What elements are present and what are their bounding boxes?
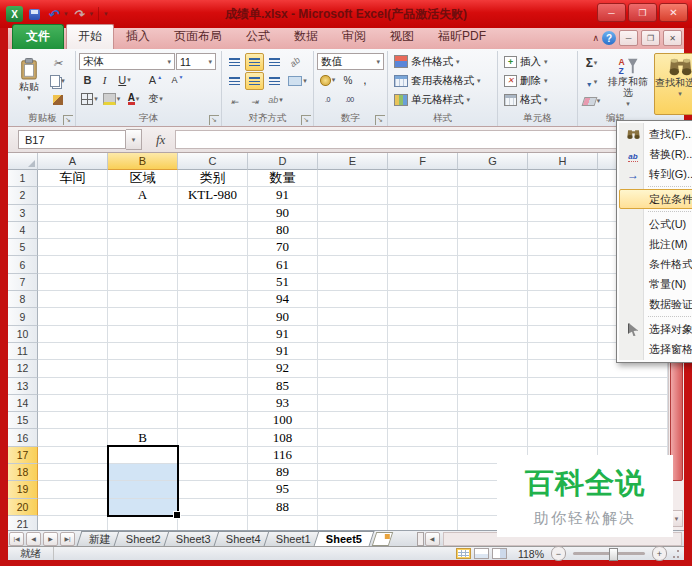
redo-caret-icon[interactable] [90, 10, 94, 18]
row-header-14[interactable]: 14 [8, 395, 38, 412]
cell-D7[interactable]: 51 [248, 274, 318, 291]
normal-view-button[interactable] [456, 548, 471, 559]
cell-H15[interactable] [528, 412, 598, 429]
insert-function-button[interactable]: fx [142, 132, 175, 148]
cell-F7[interactable] [388, 274, 458, 291]
redo-button[interactable]: ↷ [71, 7, 87, 22]
find-select-button[interactable]: 查找和选择 [654, 53, 692, 115]
cell-C12[interactable] [178, 360, 248, 377]
sort-filter-button[interactable]: A Z 排序和筛选 [605, 53, 651, 115]
row-header-17[interactable]: 17 [8, 447, 38, 464]
cell-F10[interactable] [388, 326, 458, 343]
page-break-view-button[interactable] [492, 548, 507, 559]
cell-C19[interactable] [178, 481, 248, 498]
cell-F19[interactable] [388, 481, 458, 498]
cell-H10[interactable] [528, 326, 598, 343]
cell-A1[interactable]: 车间 [38, 170, 108, 187]
cell-C7[interactable] [178, 274, 248, 291]
cell-E10[interactable] [318, 326, 388, 343]
cell-F21[interactable] [388, 516, 458, 530]
top-align-button[interactable] [225, 53, 244, 71]
wrap-text-button[interactable]: ab [265, 91, 286, 109]
cell-B17[interactable] [108, 447, 178, 464]
cell-C21[interactable] [178, 516, 248, 530]
cell-H12[interactable] [528, 360, 598, 377]
cell-F3[interactable] [388, 205, 458, 222]
cell-H14[interactable] [528, 395, 598, 412]
cell-G9[interactable] [458, 308, 528, 325]
cell-C10[interactable] [178, 326, 248, 343]
file-button[interactable]: 文件 [12, 24, 64, 49]
font-size-select[interactable]: 11 [176, 53, 216, 70]
next-sheet-icon[interactable] [43, 532, 58, 546]
row-header-18[interactable]: 18 [8, 464, 38, 481]
cut-button[interactable] [47, 53, 68, 71]
cell-D10[interactable]: 91 [248, 326, 318, 343]
phonetic-guide-button[interactable]: 变 [145, 90, 166, 108]
style-2-button[interactable]: 单元格样式 [391, 90, 494, 109]
underline-button[interactable]: U [113, 71, 136, 89]
cell-B8[interactable] [108, 291, 178, 308]
cell-G13[interactable] [458, 378, 528, 395]
cell-B1[interactable]: 区域 [108, 170, 178, 187]
cell-B16[interactable]: B [108, 429, 178, 446]
cell-C9[interactable] [178, 308, 248, 325]
undo-button[interactable]: ↶ [45, 7, 61, 22]
row-header-6[interactable]: 6 [8, 256, 38, 273]
cell-A20[interactable] [38, 499, 108, 516]
cell-G7[interactable] [458, 274, 528, 291]
column-header-F[interactable]: F [388, 153, 458, 170]
cell-H1[interactable] [528, 170, 598, 187]
menu-item-comments[interactable]: 批注(M) [619, 234, 692, 254]
cell-A7[interactable] [38, 274, 108, 291]
merge-center-button[interactable] [285, 72, 310, 90]
cell-H3[interactable] [528, 205, 598, 222]
cell-H4[interactable] [528, 222, 598, 239]
cell-G2[interactable] [458, 187, 528, 204]
cell-E13[interactable] [318, 378, 388, 395]
close-button[interactable] [659, 3, 688, 22]
cell-2-button[interactable]: 格式 [501, 90, 574, 109]
cell-D2[interactable]: 91 [248, 187, 318, 204]
cell-1-button[interactable]: 删除 [501, 71, 574, 90]
align-left-button[interactable] [225, 72, 244, 90]
row-header-19[interactable]: 19 [8, 481, 38, 498]
cell-D14[interactable]: 93 [248, 395, 318, 412]
menu-item-constants[interactable]: 常量(N) [619, 274, 692, 294]
select-all-corner[interactable] [8, 153, 38, 170]
cell-E12[interactable] [318, 360, 388, 377]
column-header-G[interactable]: G [458, 153, 528, 170]
autosum-button[interactable]: Σ [581, 54, 602, 72]
style-0-button[interactable]: 条件格式 [391, 52, 494, 71]
zoom-slider[interactable] [573, 552, 645, 555]
cell-H9[interactable] [528, 308, 598, 325]
cell-F1[interactable] [388, 170, 458, 187]
cell-0-button[interactable]: 插入 [501, 52, 574, 71]
cell-C20[interactable] [178, 499, 248, 516]
sheet-tab-Sheet5[interactable]: Sheet5 [313, 531, 374, 546]
cell-F9[interactable] [388, 308, 458, 325]
cell-E11[interactable] [318, 343, 388, 360]
column-header-C[interactable]: C [178, 153, 248, 170]
format-painter-button[interactable] [47, 91, 68, 109]
cell-B12[interactable] [108, 360, 178, 377]
cell-G14[interactable] [458, 395, 528, 412]
workbook-restore-button[interactable]: ❐ [641, 30, 660, 46]
row-header-3[interactable]: 3 [8, 205, 38, 222]
menu-item-goto-special[interactable]: 定位条件(S)... [619, 189, 692, 209]
cell-A13[interactable] [38, 378, 108, 395]
cell-H6[interactable] [528, 256, 598, 273]
last-sheet-icon[interactable] [60, 532, 75, 546]
cell-G5[interactable] [458, 239, 528, 256]
cell-E7[interactable] [318, 274, 388, 291]
copy-button[interactable] [47, 72, 68, 90]
cell-D1[interactable]: 数量 [248, 170, 318, 187]
name-box[interactable]: B17 [18, 130, 126, 149]
cell-G4[interactable] [458, 222, 528, 239]
menu-item-select-objects[interactable]: 选择对象(O) [619, 319, 692, 339]
row-header-16[interactable]: 16 [8, 429, 38, 446]
cell-B5[interactable] [108, 239, 178, 256]
cell-B19[interactable] [108, 481, 178, 498]
bottom-align-button[interactable] [265, 53, 284, 71]
decrease-indent-button[interactable] [225, 91, 244, 109]
